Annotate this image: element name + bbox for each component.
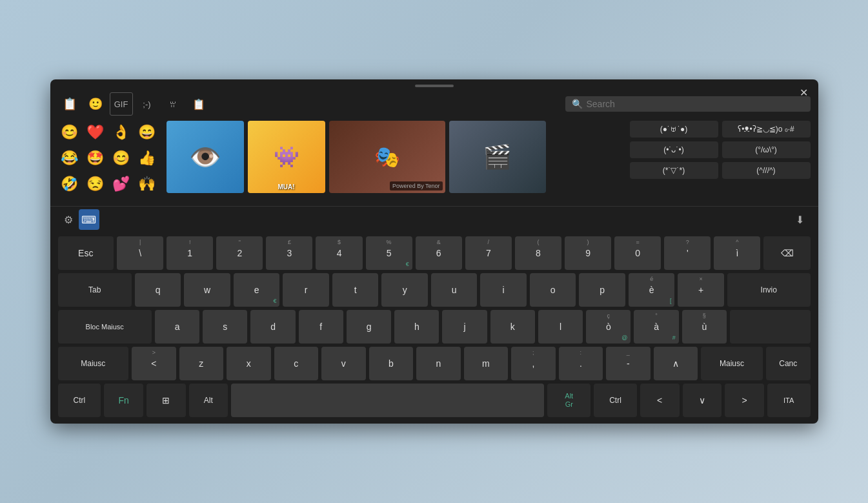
search-input[interactable] bbox=[587, 99, 804, 109]
key-n[interactable]: n bbox=[416, 347, 461, 380]
key-ugrave[interactable]: §ù bbox=[682, 310, 727, 344]
key-down[interactable]: ∨ bbox=[683, 384, 722, 417]
kaomoji-6[interactable]: (^///^) bbox=[722, 162, 811, 179]
download-icon[interactable]: ⬇ bbox=[790, 209, 811, 230]
key-6[interactable]: &6 bbox=[416, 236, 462, 270]
key-left[interactable]: < bbox=[640, 384, 680, 417]
settings-icon[interactable]: ⚙ bbox=[58, 209, 79, 230]
key-space[interactable] bbox=[231, 384, 544, 417]
key-v[interactable]: v bbox=[321, 347, 366, 380]
keyboard-icon[interactable]: ⌨ bbox=[79, 209, 99, 230]
gif-item-1[interactable]: 👁️ bbox=[167, 121, 244, 193]
emoji-item[interactable]: 😄 bbox=[136, 121, 159, 144]
key-m[interactable]: m bbox=[464, 347, 509, 380]
key-ctrl-l[interactable]: Ctrl bbox=[58, 384, 101, 417]
kaomoji-2[interactable]: ʕ•ᴥ•ʔ≧◡≦)o ₀·# bbox=[722, 121, 811, 138]
key-2[interactable]: "2 bbox=[216, 236, 263, 270]
kaomoji-5[interactable]: (*˙▽˙*) bbox=[630, 162, 718, 179]
key-9[interactable]: )9 bbox=[565, 236, 611, 270]
key-7[interactable]: /7 bbox=[465, 236, 512, 270]
key-esc[interactable]: Esc bbox=[58, 236, 114, 270]
emoji-item[interactable]: 👍 bbox=[136, 147, 159, 170]
key-o[interactable]: o bbox=[530, 273, 576, 307]
key-period[interactable]: :. bbox=[559, 347, 603, 380]
gif-item-3[interactable]: 🎭 Powered By Tenor bbox=[329, 121, 445, 193]
key-g[interactable]: g bbox=[347, 310, 391, 344]
close-button[interactable]: ✕ bbox=[796, 85, 812, 100]
tab-emoji[interactable]: 🙂 bbox=[84, 92, 107, 116]
drag-handle[interactable] bbox=[415, 85, 454, 87]
key-i[interactable]: i bbox=[480, 273, 527, 307]
key-apos[interactable]: ?' bbox=[664, 236, 711, 270]
key-ograve[interactable]: çò@ bbox=[586, 310, 631, 344]
emoji-item[interactable]: 🤣 bbox=[58, 172, 81, 196]
emoji-item[interactable]: 😒 bbox=[84, 172, 107, 196]
key-y[interactable]: y bbox=[381, 273, 428, 307]
key-h[interactable]: h bbox=[394, 310, 439, 344]
kaomoji-1[interactable]: (●˙ꌂ˙●) bbox=[630, 121, 718, 138]
tab-clipboard[interactable]: 📋 bbox=[58, 92, 81, 116]
key-minus[interactable]: _- bbox=[606, 347, 651, 380]
key-enter-2[interactable] bbox=[730, 310, 811, 344]
key-w[interactable]: w bbox=[184, 273, 230, 307]
key-canc[interactable]: Canc bbox=[766, 347, 811, 380]
key-z[interactable]: z bbox=[179, 347, 224, 380]
emoji-item[interactable]: 👌 bbox=[110, 121, 133, 144]
key-a[interactable]: a bbox=[155, 310, 199, 344]
key-u[interactable]: u bbox=[431, 273, 478, 307]
key-comma[interactable]: ;, bbox=[511, 347, 556, 380]
key-t[interactable]: t bbox=[332, 273, 379, 307]
emoji-item[interactable]: 😊 bbox=[110, 147, 133, 170]
key-d[interactable]: d bbox=[250, 310, 295, 344]
key-3[interactable]: £3 bbox=[266, 236, 312, 270]
key-x[interactable]: x bbox=[227, 347, 271, 380]
key-agrave[interactable]: °à# bbox=[634, 310, 678, 344]
key-backspace[interactable]: ⌫ bbox=[763, 236, 810, 270]
key-q[interactable]: q bbox=[135, 273, 181, 307]
emoji-item[interactable]: ❤️ bbox=[84, 121, 107, 144]
key-alt[interactable]: Alt bbox=[189, 384, 228, 417]
emoji-item[interactable]: 💕 bbox=[110, 172, 133, 196]
key-win[interactable]: ⊞ bbox=[146, 384, 186, 417]
key-r[interactable]: r bbox=[283, 273, 329, 307]
key-plus[interactable]: ×+ bbox=[678, 273, 724, 307]
key-caret[interactable]: ∧ bbox=[654, 347, 698, 380]
key-igrave[interactable]: ^ì bbox=[714, 236, 760, 270]
gif-item-4[interactable]: 🎬 bbox=[449, 121, 546, 193]
kaomoji-3[interactable]: (•˙ᴗ˙•) bbox=[630, 141, 718, 158]
key-backslash[interactable]: |\ bbox=[117, 236, 163, 270]
key-enter[interactable]: Invio bbox=[727, 273, 811, 307]
key-p[interactable]: p bbox=[579, 273, 625, 307]
key-alt-gr[interactable]: AltGr bbox=[547, 384, 590, 417]
kaomoji-4[interactable]: (°/ω\°) bbox=[722, 141, 811, 158]
key-tab[interactable]: Tab bbox=[58, 273, 132, 307]
key-caps[interactable]: Bloc Maiusc bbox=[58, 310, 152, 344]
emoji-item[interactable]: 😂 bbox=[58, 147, 81, 170]
key-e[interactable]: e€ bbox=[234, 273, 280, 307]
key-8[interactable]: (8 bbox=[515, 236, 561, 270]
key-shift-l[interactable]: Maiusc bbox=[58, 347, 129, 380]
key-lang[interactable]: ITA bbox=[767, 384, 811, 417]
gif-item-2[interactable]: 👾 MUA! bbox=[248, 121, 325, 193]
tab-kaomoji[interactable]: ;-) bbox=[136, 92, 159, 116]
key-ctrl-r[interactable]: Ctrl bbox=[594, 384, 637, 417]
key-right[interactable]: > bbox=[725, 384, 764, 417]
emoji-item[interactable]: 🤩 bbox=[84, 147, 107, 170]
key-4[interactable]: $4 bbox=[316, 236, 362, 270]
key-shift-r[interactable]: Maiusc bbox=[701, 347, 763, 380]
key-j[interactable]: j bbox=[442, 310, 487, 344]
tab-symbols[interactable]: ꀕ bbox=[161, 92, 185, 116]
key-1[interactable]: !1 bbox=[167, 236, 213, 270]
key-c[interactable]: c bbox=[274, 347, 319, 380]
key-s[interactable]: s bbox=[203, 310, 247, 344]
key-5[interactable]: %5€ bbox=[366, 236, 412, 270]
key-f[interactable]: f bbox=[299, 310, 343, 344]
key-l[interactable]: l bbox=[538, 310, 583, 344]
tab-gif[interactable]: GIF bbox=[110, 92, 133, 116]
key-fn[interactable]: Fn bbox=[104, 384, 143, 417]
key-ltgt[interactable]: >< bbox=[132, 347, 176, 380]
key-k[interactable]: k bbox=[490, 310, 535, 344]
tab-paste[interactable]: 📋 bbox=[187, 92, 210, 116]
key-b[interactable]: b bbox=[369, 347, 414, 380]
emoji-item[interactable]: 🙌 bbox=[136, 172, 159, 196]
